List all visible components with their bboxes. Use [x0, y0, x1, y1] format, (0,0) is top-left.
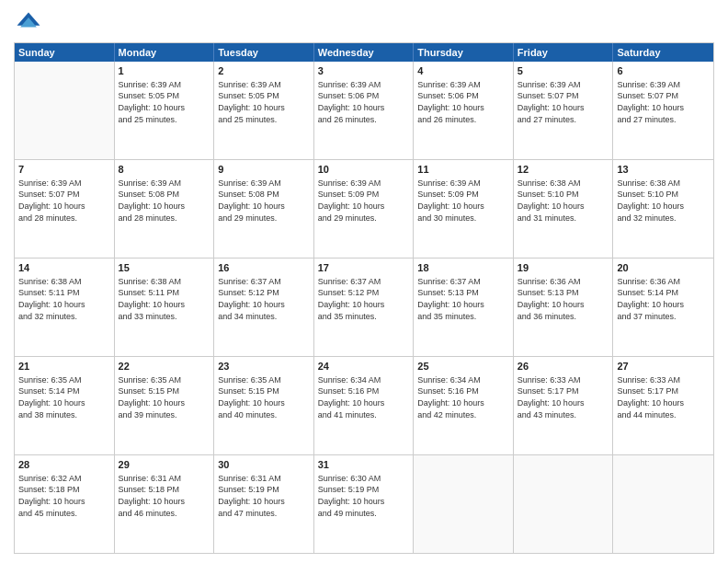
cell-text: Sunset: 5:08 PM	[218, 189, 310, 201]
cell-text: and 42 minutes.	[417, 409, 509, 421]
cell-text: Sunrise: 6:38 AM	[119, 276, 210, 288]
cell-text: and 29 minutes.	[318, 213, 410, 224]
cell-text: Sunset: 5:09 PM	[318, 189, 410, 201]
cell-text: and 40 minutes.	[218, 409, 310, 421]
cell-text: Daylight: 10 hours	[218, 102, 310, 114]
day-number: 12	[518, 163, 609, 177]
cell-text: Daylight: 10 hours	[218, 397, 310, 409]
day-number: 4	[417, 64, 509, 78]
cell-text: Sunrise: 6:39 AM	[318, 178, 410, 190]
day-number: 22	[119, 360, 210, 373]
cell-text: Sunrise: 6:38 AM	[518, 178, 609, 190]
cell-text: Sunrise: 6:34 AM	[318, 374, 410, 386]
cell-text: Sunrise: 6:39 AM	[218, 79, 310, 91]
cell-text: Sunrise: 6:39 AM	[119, 79, 210, 91]
cell-text: Sunset: 5:07 PM	[18, 189, 110, 201]
cell-text: Sunrise: 6:37 AM	[417, 276, 509, 288]
cell-text: Sunrise: 6:33 AM	[617, 374, 710, 386]
calendar-cell: 13Sunrise: 6:38 AMSunset: 5:10 PMDayligh…	[613, 160, 713, 258]
cell-text: Sunset: 5:10 PM	[518, 189, 609, 201]
calendar-cell	[414, 455, 514, 553]
cell-text: Sunset: 5:11 PM	[119, 287, 210, 299]
calendar: SundayMondayTuesdayWednesdayThursdayFrid…	[14, 42, 714, 554]
cell-text: Daylight: 10 hours	[617, 397, 710, 409]
day-number: 24	[318, 360, 410, 373]
cell-text: and 37 minutes.	[617, 311, 710, 323]
calendar-cell: 6Sunrise: 6:39 AMSunset: 5:07 PMDaylight…	[613, 62, 713, 159]
cell-text: and 26 minutes.	[318, 114, 410, 126]
cell-text: Sunset: 5:19 PM	[218, 484, 310, 496]
cell-text: Daylight: 10 hours	[417, 102, 509, 114]
cal-header-cell-thursday: Thursday	[414, 43, 514, 62]
cell-text: Daylight: 10 hours	[218, 201, 310, 213]
cell-text: and 25 minutes.	[218, 114, 310, 126]
calendar-cell: 21Sunrise: 6:35 AMSunset: 5:14 PMDayligh…	[15, 357, 115, 454]
cell-text: Daylight: 10 hours	[18, 201, 110, 213]
cell-text: Sunrise: 6:39 AM	[518, 79, 609, 91]
calendar-cell: 3Sunrise: 6:39 AMSunset: 5:06 PMDaylight…	[314, 62, 415, 159]
cell-text: Sunrise: 6:39 AM	[318, 79, 410, 91]
calendar-cell: 7Sunrise: 6:39 AMSunset: 5:07 PMDaylight…	[15, 160, 115, 258]
day-number: 6	[617, 64, 710, 78]
cell-text: and 46 minutes.	[119, 508, 210, 520]
cell-text: Sunset: 5:16 PM	[318, 385, 410, 397]
cell-text: Sunrise: 6:39 AM	[617, 79, 710, 91]
cell-text: Sunset: 5:08 PM	[119, 189, 210, 201]
cell-text: and 27 minutes.	[617, 114, 710, 126]
day-number: 25	[417, 360, 509, 373]
cell-text: Sunrise: 6:30 AM	[318, 473, 410, 485]
calendar-cell: 30Sunrise: 6:31 AMSunset: 5:19 PMDayligh…	[214, 455, 314, 553]
cell-text: Sunset: 5:13 PM	[417, 287, 509, 299]
calendar-cell: 23Sunrise: 6:35 AMSunset: 5:15 PMDayligh…	[214, 357, 314, 454]
cell-text: and 28 minutes.	[18, 213, 110, 224]
calendar-cell: 22Sunrise: 6:35 AMSunset: 5:15 PMDayligh…	[115, 357, 215, 454]
cell-text: Daylight: 10 hours	[18, 496, 110, 508]
day-number: 30	[218, 458, 310, 472]
day-number: 1	[119, 64, 210, 78]
cell-text: Sunrise: 6:31 AM	[218, 473, 310, 485]
day-number: 8	[119, 163, 210, 177]
day-number: 15	[119, 261, 210, 275]
cell-text: Daylight: 10 hours	[318, 299, 410, 311]
cell-text: Daylight: 10 hours	[518, 299, 609, 311]
day-number: 18	[417, 261, 509, 275]
cell-text: Daylight: 10 hours	[218, 496, 310, 508]
cell-text: Daylight: 10 hours	[119, 201, 210, 213]
cal-header-cell-wednesday: Wednesday	[314, 43, 415, 62]
cell-text: Sunset: 5:14 PM	[18, 385, 110, 397]
cell-text: Daylight: 10 hours	[318, 397, 410, 409]
cell-text: and 47 minutes.	[218, 508, 310, 520]
day-number: 9	[218, 163, 310, 177]
cell-text: Sunrise: 6:37 AM	[318, 276, 410, 288]
cell-text: Sunset: 5:06 PM	[318, 90, 410, 102]
calendar-cell: 2Sunrise: 6:39 AMSunset: 5:05 PMDaylight…	[214, 62, 314, 159]
cell-text: Daylight: 10 hours	[119, 496, 210, 508]
calendar-cell: 25Sunrise: 6:34 AMSunset: 5:16 PMDayligh…	[414, 357, 514, 454]
day-number: 26	[518, 360, 609, 373]
calendar-cell: 20Sunrise: 6:36 AMSunset: 5:14 PMDayligh…	[613, 259, 713, 356]
cell-text: and 45 minutes.	[18, 508, 110, 520]
day-number: 7	[18, 163, 110, 177]
calendar-cell	[613, 455, 713, 553]
cell-text: Sunrise: 6:38 AM	[617, 178, 710, 190]
cell-text: Daylight: 10 hours	[518, 201, 609, 213]
calendar-row-2: 14Sunrise: 6:38 AMSunset: 5:11 PMDayligh…	[15, 259, 713, 357]
cell-text: Sunset: 5:17 PM	[617, 385, 710, 397]
cell-text: Sunrise: 6:35 AM	[119, 374, 210, 386]
cell-text: Daylight: 10 hours	[18, 299, 110, 311]
cell-text: Sunrise: 6:38 AM	[18, 276, 110, 288]
cell-text: and 35 minutes.	[318, 311, 410, 323]
cell-text: Sunset: 5:12 PM	[318, 287, 410, 299]
calendar-cell: 12Sunrise: 6:38 AMSunset: 5:10 PMDayligh…	[514, 160, 614, 258]
cell-text: and 29 minutes.	[218, 213, 310, 224]
cell-text: Daylight: 10 hours	[417, 397, 509, 409]
calendar-cell: 1Sunrise: 6:39 AMSunset: 5:05 PMDaylight…	[115, 62, 215, 159]
calendar-cell: 24Sunrise: 6:34 AMSunset: 5:16 PMDayligh…	[314, 357, 415, 454]
cell-text: Sunset: 5:18 PM	[18, 484, 110, 496]
cell-text: Sunrise: 6:39 AM	[417, 79, 509, 91]
cell-text: Sunset: 5:07 PM	[518, 90, 609, 102]
cal-header-cell-saturday: Saturday	[613, 43, 713, 62]
calendar-row-1: 7Sunrise: 6:39 AMSunset: 5:07 PMDaylight…	[15, 160, 713, 259]
cell-text: and 27 minutes.	[518, 114, 609, 126]
day-number: 23	[218, 360, 310, 373]
